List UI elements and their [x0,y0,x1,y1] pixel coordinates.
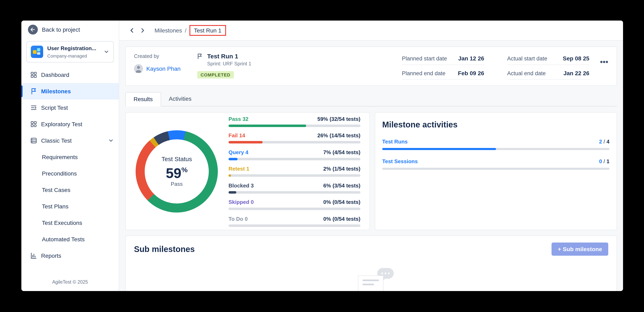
progress-fill [228,124,306,127]
more-actions-button[interactable]: ••• [600,60,608,64]
test-sessions-link[interactable]: Test Sessions [382,158,418,164]
grid-icon [30,71,38,79]
donut-center: Test Status 59% Pass [136,130,218,212]
planned-end-date-row: Planned end date Feb 09 26 [402,70,484,80]
sidebar-nav: Dashboard Milestones Script Test [21,66,119,264]
bar-chart-icon [30,252,38,260]
status-label[interactable]: Fail 14 [228,132,245,138]
progress-fill [382,148,496,150]
sidebar-item-label: Milestones [41,88,71,94]
avatar [134,64,143,73]
sidebar-item-exploratory-test[interactable]: Exploratory Test [21,116,119,132]
progress-fill [228,141,263,144]
breadcrumb: Milestones / Test Run 1 [154,25,226,36]
donut-title: Test Status [162,156,192,162]
planned-start-date-row: Planned start date Jan 12 26 [402,55,484,65]
test-sessions-count: 0 / 1 [599,158,610,164]
tab-results[interactable]: Results [125,92,161,106]
sidebar-item-classic-test[interactable]: Classic Test [21,132,119,149]
created-by-label: Created by [134,54,196,59]
status-row-pass: Pass 3259% (32/54 tests) [228,116,360,127]
status-label[interactable]: To Do 0 [228,216,248,222]
database-icon [30,136,38,145]
status-label[interactable]: Retest 1 [228,166,249,172]
tab-activities[interactable]: Activities [161,92,199,106]
status-label[interactable]: Query 4 [228,149,248,155]
project-selector[interactable]: User Registration... Company-managed [26,41,114,62]
sidebar-subitem-label: Automated Tests [42,236,85,242]
add-sub-milestone-button[interactable]: + Sub milestone [552,242,608,256]
history-forward-button[interactable] [137,25,148,36]
back-to-project-label: Back to project [42,26,80,33]
activity-row-test-sessions: Test Sessions 0 / 1 [382,158,610,170]
activities-title: Milestone activities [382,120,610,130]
history-back-button[interactable] [126,25,137,36]
grid-icon [30,120,38,128]
status-detail: 26% (14/54 tests) [317,132,360,138]
sidebar-item-requirements[interactable]: Requirements [21,149,119,165]
sidebar-subitem-label: Test Cases [42,186,70,193]
date-value[interactable]: Jan 22 26 [564,70,589,76]
sidebar-item-milestones[interactable]: Milestones [21,83,119,100]
milestone-dates: Planned start date Jan 12 26 Planned end… [402,52,589,80]
sidebar-item-test-executions[interactable]: Test Executions [21,214,119,231]
sidebar-item-reports[interactable]: Reports [21,248,119,264]
screenshot-root: Back to project User Registration... Com… [0,0,644,312]
status-label[interactable]: Pass 32 [228,116,248,122]
chevron-down-icon [108,138,114,144]
created-by-user-link[interactable]: Kayson Phan [146,65,180,72]
status-label[interactable]: Blocked 3 [228,182,254,188]
progress-track [382,168,610,170]
sidebar-subitem-label: Test Executions [42,220,82,226]
progress-track [228,224,360,227]
progress-track [228,158,360,160]
status-detail: 7% (4/54 tests) [323,149,360,155]
back-to-project-button[interactable]: Back to project [21,20,119,39]
date-label: Planned end date [402,70,446,76]
status-badge: COMPLETED [197,71,234,78]
sidebar: Back to project User Registration... Com… [21,20,119,291]
sidebar-item-test-cases[interactable]: Test Cases [21,182,119,198]
breadcrumb-separator: / [182,27,190,34]
test-runs-count: 2 / 4 [599,138,610,145]
status-detail: 0% (0/54 tests) [323,199,360,205]
project-logo-icon [31,46,43,58]
project-type: Company-managed [47,54,87,58]
date-label: Actual start date [507,56,547,62]
breadcrumb-milestones[interactable]: Milestones [154,27,182,34]
chevron-down-icon [104,49,109,55]
breadcrumb-current-annotated: Test Run 1 [190,25,226,36]
sidebar-item-dashboard[interactable]: Dashboard [21,66,119,83]
sidebar-item-automated-tests[interactable]: Automated Tests [21,231,119,248]
status-row-fail: Fail 1426% (14/54 tests) [228,132,360,144]
donut-value: 59% [166,162,188,181]
milestone-title-block: Test Run 1 Sprint: URF Sprint 1 COMPLETE… [196,52,251,78]
sub-milestones-card: Sub milestones + Sub milestone [125,236,617,291]
milestone-sprint: Sprint: URF Sprint 1 [207,61,251,66]
milestone-activities-card: Milestone activities Test Runs 2 / 4 Tes… [375,112,617,230]
date-value[interactable]: Feb 09 26 [458,70,484,76]
milestone-header-card: Created by Kayson Phan [125,46,617,86]
status-detail: 6% (3/54 tests) [323,182,360,188]
sidebar-item-test-plans[interactable]: Test Plans [21,198,119,214]
donut-chart-wrap: Test Status 59% Pass [136,130,218,212]
created-by-block: Created by Kayson Phan [134,52,196,73]
sidebar-subitem-label: Test Plans [42,203,68,210]
sidebar-item-script-test[interactable]: Script Test [21,100,119,116]
date-value[interactable]: Jan 12 26 [458,55,484,62]
status-row-query: Query 47% (4/54 tests) [228,149,360,160]
status-row-blocked: Blocked 36% (3/54 tests) [228,182,360,194]
sidebar-item-label: Exploratory Test [41,121,82,128]
sidebar-item-label: Dashboard [41,72,69,78]
progress-fill [228,158,238,160]
sidebar-subitem-label: Preconditions [42,170,77,177]
date-value[interactable]: Sep 08 25 [563,55,589,62]
results-section: Test Status 59% Pass Pass 3259% (32/54 t… [125,112,617,230]
date-label: Planned start date [402,56,447,62]
status-list: Pass 3259% (32/54 tests) Fail 1426% (14/… [228,116,360,227]
status-label[interactable]: Skipped 0 [228,199,254,205]
status-detail: 59% (32/54 tests) [317,116,360,122]
progress-track [228,208,360,210]
test-runs-link[interactable]: Test Runs [382,138,408,145]
sidebar-item-preconditions[interactable]: Preconditions [21,165,119,182]
